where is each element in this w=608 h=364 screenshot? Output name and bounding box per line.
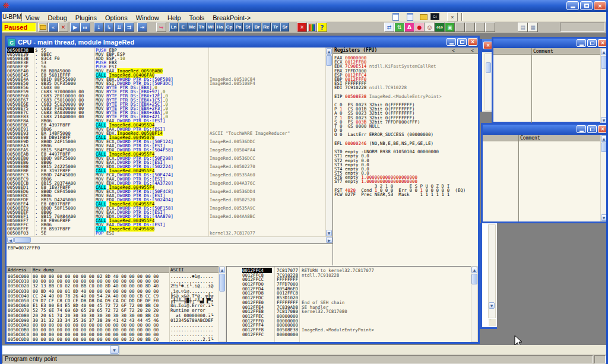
disasm-row[interactable]: 00508EA3 . 8B06 MOV EAX,DWORD PTR DS:[ES… (7, 143, 325, 147)
register-line[interactable]: O 0 LastErr ERROR_SUCCESS (00000000) (334, 132, 478, 136)
empty-slot[interactable] (475, 23, 485, 32)
register-line[interactable]: 3 2 1 0 E S P U O Z D I (334, 183, 478, 188)
tile-windows-button[interactable]: ▤ (518, 23, 528, 32)
log-window-icon[interactable] (392, 13, 399, 21)
animate-into-button[interactable]: ⇊ (114, 23, 124, 32)
scroll-thumb[interactable] (14, 237, 31, 243)
stack-row[interactable]: 0012FFD0 7FFD7000 (227, 281, 471, 286)
register-line[interactable]: ST6 empty 1.0000000000000000000 (334, 175, 478, 179)
disasm-row[interactable]: 00508E7C . C683 8A030000 00 MOV BYTE PTR… (7, 110, 325, 114)
menu-item[interactable]: BreakPoint-> (208, 13, 255, 21)
comment-vscrollbar[interactable]: ▲ ▼ (600, 48, 606, 124)
disasm-row[interactable]: 00508E98 . E8 DB91F8FF CALL ImageRed.004… (7, 135, 325, 139)
disasm-row[interactable]: 00508E45 . E8 56B1EFFF CALL ImageRed.004… (7, 72, 325, 77)
menu-item[interactable]: Debug (43, 13, 71, 21)
open-file-button[interactable] (38, 23, 48, 32)
stack-row[interactable]: 0012FFE8 7C817080 kernel32.7C817080 (227, 309, 471, 314)
disasm-row[interactable]: 00508EEF . 8B06 MOV EAX,DWORD PTR DS:[ES… (7, 210, 325, 214)
stack-row[interactable]: 0012FFDC 853D1020 (227, 295, 471, 300)
register-line[interactable]: ST5 empty 0.0 (334, 170, 478, 175)
disasm-row[interactable]: 00508EAB . E8 4497F8FF CALL ImageRed.004… (7, 151, 325, 156)
cascade-windows-button[interactable]: ▦ (528, 23, 538, 32)
dump-header[interactable]: Address Hex dump ASCII (7, 267, 218, 273)
disasm-row[interactable]: 00508EB0 . 8B0D 98F25000 MOV ECX,DWORD P… (7, 156, 325, 160)
pane-button[interactable]: Pa (234, 23, 243, 31)
disasm-row[interactable]: 00508E67 . C683 C5010000 00 MOV BYTE PTR… (7, 97, 325, 102)
disasm-row[interactable]: 00508ED1 . E8 1E97F8FF CALL ImageRed.004… (7, 185, 325, 189)
stack-row[interactable]: 0012FFEC 00000000 (227, 314, 471, 318)
pause-button[interactable]: ▮▮ (80, 23, 90, 32)
scroll-up-icon[interactable]: ▲ (601, 49, 606, 55)
disasm-row[interactable]: 00508E60 . C683 2E010000 00 MOV BYTE PTR… (7, 93, 325, 97)
cpu-minimize-button[interactable] (446, 38, 456, 46)
disasm-row[interactable]: 00508E39 . 8BEC MOV EBP,ESP (7, 52, 325, 56)
execute-till-return-button[interactable]: ⇥ (137, 23, 147, 32)
maximize-button[interactable] (587, 125, 597, 133)
cpu-maximize-button[interactable] (457, 38, 467, 46)
dump-row[interactable]: 0050C000 00 00 00 00 00 00 00 00 02 8D 4… (7, 274, 218, 278)
folder-icon[interactable] (420, 14, 428, 20)
pane-collapse-button[interactable]: < (471, 48, 474, 53)
disasm-row[interactable]: 00508EE4 . E8 0B97F8FF CALL ImageRed.004… (7, 201, 325, 205)
menu-item[interactable]: Options (101, 13, 132, 21)
stack-row[interactable]: 0012FFC8 7C910228 ntdll.7C910228 (227, 273, 471, 277)
disasm-row[interactable]: 00508F03 . 5E POP ESI kernel32.7C817077 (7, 230, 325, 235)
disasm-row[interactable]: 00508EC9 . 8B06 MOV EAX,DWORD PTR DS:[ES… (7, 176, 325, 181)
pane-button[interactable]: Ln (169, 23, 178, 31)
comment-vscrollbar[interactable]: ▲ ▼ (600, 135, 606, 221)
disasm-row[interactable]: 00508EF1 . 8B15 70A84A00 MOV EDX,DWORD P… (7, 214, 325, 218)
register-line[interactable]: EAX 00000000 (334, 55, 478, 59)
disasm-row[interactable]: 00508EA5 . 8B15 584F5000 MOV EDX,DWORD P… (7, 147, 325, 151)
register-line[interactable]: S 0 FS 003B 32bit 7FFDF000(FFF) (334, 119, 478, 124)
dump-row[interactable]: 0050C050 C9 D7 CF C8 CD CE DB D8 DA D9 C… (7, 298, 218, 303)
step-over-button[interactable]: ↳ (104, 23, 114, 32)
stack-row[interactable]: 0012FFE4 7C839AD8 SE handler (227, 305, 471, 309)
stack-row[interactable]: 0012FFF8 00508E38 ImageRed.<ModuleEntryP… (227, 327, 471, 332)
stack-row[interactable]: 0012FFF4 00000000 (227, 322, 471, 327)
register-line[interactable]: EDX 7C90E514 ntdll.KiFastSystemCallRet (334, 64, 478, 68)
help-button[interactable]: ? (317, 23, 327, 32)
disasm-row[interactable]: 00508E50 . 8B35 DCF35000 MOV ESI,DWORD P… (7, 81, 325, 85)
dump-row[interactable]: 0050C070 52 75 6E 74 69 6D 65 20 65 72 7… (7, 308, 218, 312)
register-line[interactable]: ST7 empty 1.0000000000000000000 (334, 179, 478, 183)
dump-row[interactable]: 0050C0B0 00 00 00 00 00 00 00 00 00 00 0… (7, 327, 218, 332)
cpu-titlebar[interactable]: C CPU - main thread, module ImageRed × (7, 37, 478, 48)
stack-vscrollbar[interactable]: ▲ (471, 266, 478, 342)
scroll-right-icon[interactable]: ▶ (326, 237, 332, 243)
disasm-row[interactable]: 00508EE9 . 8B0D 58F15000 MOV ECX,DWORD P… (7, 205, 325, 210)
pane-button[interactable]: Sr (280, 23, 289, 31)
binary-button[interactable]: 010 (435, 23, 445, 32)
step-into-button[interactable]: ↓ (94, 23, 104, 32)
dump-vscrollbar[interactable]: ▲ (218, 266, 226, 342)
empty-slot[interactable] (455, 23, 465, 32)
register-line[interactable]: ST3 empty 0.0 (334, 162, 478, 166)
scroll-thumb[interactable] (601, 56, 606, 69)
menu-item[interactable]: View (21, 13, 44, 21)
pane-button[interactable]: Me (188, 23, 197, 31)
stack-row[interactable]: 0012FFCC FFFFFFFF (227, 277, 471, 281)
pane-button[interactable]: Cp (225, 23, 234, 31)
scroll-thumb[interactable] (471, 274, 477, 284)
pane-button[interactable]: Re (262, 23, 271, 31)
disasm-row[interactable]: 00508E38 $ 55 PUSH EBP (7, 48, 325, 52)
disasm-row[interactable]: 00508EC3 . 8B0D 74F45000 MOV ECX,DWORD P… (7, 172, 325, 176)
run-button[interactable]: ▶ (70, 23, 80, 32)
register-line[interactable]: FST 4020 Cond 1 0 0 0 Err 0 0 1 0 0 0 0 … (334, 188, 478, 192)
disasm-row[interactable]: 00508ECB . 8B15 20374A00 MOV EDX,DWORD P… (7, 181, 325, 185)
restart-button[interactable]: « (48, 23, 58, 32)
comment-window-titlebar[interactable]: × (483, 125, 606, 135)
dump-row[interactable]: 0050C060 E1 E3 00 E4 E5 8D 40 00 45 72 7… (7, 303, 218, 308)
scroll-thumb[interactable] (219, 274, 225, 292)
maximize-button[interactable] (587, 39, 597, 47)
swap-panes-button[interactable]: ⇄ (384, 23, 394, 32)
register-line[interactable]: EIP 00508E38 ImageRed.<ModuleEntryPoint> (334, 94, 478, 98)
register-line[interactable]: ESI FFFFFFFF (334, 81, 478, 85)
disasm-row[interactable]: 00508E3E . 53 PUSH EBX (7, 60, 325, 64)
disasm-row[interactable]: 00508E9D . 8B0D 24F15000 MOV ECX,DWORD P… (7, 139, 325, 143)
dump-row[interactable]: 0050C040 CC 24 40 00 78 26 40 00 54 2A 4… (7, 293, 218, 298)
scroll-up-icon[interactable]: ▲ (326, 48, 332, 55)
app-titlebar[interactable]: ❋ × (0, 0, 608, 12)
scroll-down-icon[interactable]: ▼ (601, 214, 606, 221)
comment-window-titlebar[interactable]: × (493, 39, 606, 48)
dump-row[interactable]: 0050C0D0 00 00 00 00 00 00 00 00 00 00 0… (7, 337, 218, 341)
